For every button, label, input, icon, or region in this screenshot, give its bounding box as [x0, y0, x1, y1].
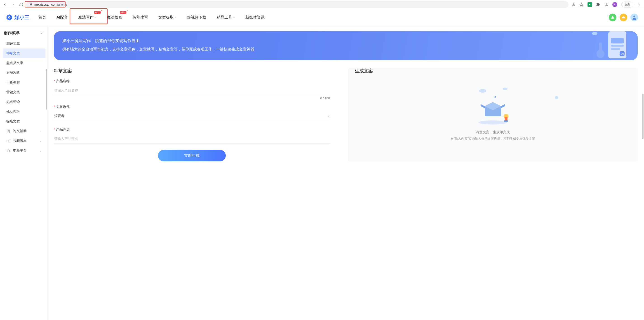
svg-point-28 [502, 88, 508, 90]
svg-rect-26 [504, 120, 508, 121]
extension-1-icon[interactable] [588, 2, 592, 7]
tone-value: 消费者 [54, 114, 64, 118]
nav-item-label: 智能改写 [133, 15, 148, 20]
sidebar-item-4[interactable]: 干货教程 [3, 78, 46, 87]
sidebar-group-1[interactable]: 视频脚本⌄ [3, 136, 46, 146]
product-label: 产品名称 [56, 79, 70, 83]
svg-point-27 [479, 89, 486, 93]
sidebar: 创作菜单 测评文章种草文案盘点类文章旅游攻略干货教程营销文案热点评论vlog脚本… [0, 26, 48, 320]
banner-title: 媒小三魔法写作，快速的帮你实现写作自由 [62, 38, 629, 44]
main-scrollbar[interactable] [642, 94, 644, 139]
main-content: 媒小三魔法写作，快速的帮你实现写作自由 拥有强大的全自动写作能力，支持文章润色，… [48, 26, 644, 320]
user-avatar[interactable] [630, 14, 638, 21]
svg-point-6 [634, 16, 635, 18]
svg-rect-5 [9, 17, 10, 18]
play-icon [6, 139, 10, 143]
crown-icon [622, 15, 626, 20]
logo-text: 媒小三 [14, 14, 30, 21]
sidebar-group-label: 论文辅助 [13, 129, 27, 133]
bell-icon [610, 15, 614, 20]
sidebar-item-2[interactable]: 盘点类文章 [3, 58, 46, 68]
address-bar[interactable]: meixiaosan.com/aiwrite [26, 1, 568, 8]
banner: 媒小三魔法写作，快速的帮你实现写作自由 拥有强大的全自动写作能力，支持文章润色，… [54, 31, 638, 60]
sidebar-group-0[interactable]: 论文辅助⌄ [3, 126, 46, 136]
profile-icon[interactable]: y [612, 2, 617, 7]
svg-point-0 [589, 4, 590, 5]
svg-point-20 [592, 32, 598, 35]
decor-dot [555, 96, 558, 99]
sidebar-item-8[interactable]: 探店文案 [3, 116, 46, 126]
svg-point-23 [478, 120, 507, 124]
tone-label: 文案语气 [56, 105, 70, 108]
more-menu-icon[interactable]: ⋮ [637, 2, 641, 7]
crown-button[interactable] [620, 14, 627, 21]
output-title: 生成文案 [355, 68, 373, 74]
extensions-icon[interactable] [596, 3, 600, 7]
nav-item-label: 新媒体资讯 [246, 15, 264, 20]
output-empty-hint: 海量文案，生成即完成 [476, 130, 510, 134]
sidepanel-icon[interactable] [604, 3, 608, 7]
svg-rect-25 [504, 117, 508, 121]
chevron-down-icon: ⌄ [40, 149, 42, 152]
chevron-down-icon: ⌄ [175, 16, 177, 19]
sidebar-item-3[interactable]: 旅游攻略 [3, 68, 46, 78]
sidebar-item-5[interactable]: 营销文案 [3, 87, 46, 97]
nav-item-5[interactable]: 文案提取⌄ [158, 15, 177, 20]
logo[interactable]: 媒小三 [6, 14, 30, 21]
tone-select[interactable]: 消费者 ▾ [54, 111, 330, 121]
nav-annotation-highlight [70, 8, 108, 24]
back-icon[interactable] [3, 2, 7, 7]
svg-point-18 [596, 50, 604, 58]
doc-icon [6, 129, 10, 133]
banner-illustration: AI [586, 31, 631, 60]
nav-item-label: AI配音 [56, 15, 68, 20]
svg-rect-19 [599, 43, 602, 51]
product-name-counter: 0 / 100 [54, 96, 330, 100]
nav-item-7[interactable]: 精品工具⌄ [217, 15, 235, 20]
reload-icon[interactable] [19, 2, 24, 7]
svg-rect-16 [611, 45, 624, 47]
svg-rect-1 [605, 3, 608, 6]
sidebar-item-0[interactable]: 测评文章 [3, 39, 46, 48]
sidebar-group-label: 电商平台 [13, 148, 27, 153]
nav-item-2[interactable]: 魔法写作⌄HOT [78, 15, 96, 20]
avatar-icon [632, 15, 637, 20]
output-panel: 生成文案 海量文案，生成即完成 在"输入内容"页面输入你的文案诉求，即刻 [348, 68, 638, 161]
sidebar-item-7[interactable]: vlog脚本 [3, 107, 46, 116]
nav-item-0[interactable]: 首页 [38, 15, 46, 20]
star-icon[interactable] [579, 3, 584, 7]
nav-item-label: 短视频下载 [187, 15, 206, 20]
generate-button[interactable]: 立即生成 [158, 150, 226, 161]
forward-icon[interactable] [11, 2, 15, 7]
sidebar-item-6[interactable]: 热点评论 [3, 97, 46, 107]
nav-item-label: 精品工具 [217, 15, 232, 20]
chevron-down-icon: ⌄ [40, 130, 42, 133]
nav-item-6[interactable]: 短视频下载 [187, 15, 206, 20]
banner-desc: 拥有强大的全自动写作能力，支持文章润色，文章续写，精简文章等，帮你完成各项工作，… [62, 47, 629, 52]
logo-icon [6, 14, 13, 21]
product-name-input[interactable] [54, 86, 330, 95]
sidebar-group-2[interactable]: 电商平台⌄ [3, 146, 46, 155]
chevron-down-icon: ▾ [328, 114, 330, 118]
hot-badge: HOT [120, 11, 126, 14]
nav-item-label: 首页 [38, 15, 46, 20]
nav-item-3[interactable]: 魔法绘画HOT [107, 15, 122, 20]
notification-button[interactable] [609, 14, 616, 21]
sidebar-group-label: 视频脚本 [13, 139, 27, 143]
form-panel: 种草文案 *产品名称 0 / 100 *文案语气 消费者 ▾ *产品亮点 立即生… [54, 68, 330, 161]
bag-icon [6, 149, 10, 153]
output-empty-sub: 在"输入内容"页面输入你的文案诉求，即刻生成专属优质文案 [450, 137, 535, 141]
sidebar-item-1[interactable]: 种草文案 [3, 48, 46, 58]
form-title: 种草文案 [54, 68, 330, 74]
highlight-input[interactable] [54, 134, 330, 143]
filter-icon[interactable] [40, 30, 44, 36]
nav-item-8[interactable]: 新媒体资讯 [246, 15, 264, 20]
svg-rect-17 [611, 48, 620, 50]
top-nav: 媒小三 首页AI配音魔法写作⌄HOT魔法绘画HOT智能改写文案提取⌄短视频下载精… [0, 9, 644, 26]
chevron-down-icon: ⌄ [233, 16, 235, 19]
nav-item-1[interactable]: AI配音 [56, 15, 68, 20]
nav-item-4[interactable]: 智能改写 [133, 15, 148, 20]
share-icon[interactable] [571, 3, 575, 7]
sidebar-title: 创作菜单 [4, 30, 20, 36]
update-button[interactable]: 更新 [622, 2, 633, 8]
